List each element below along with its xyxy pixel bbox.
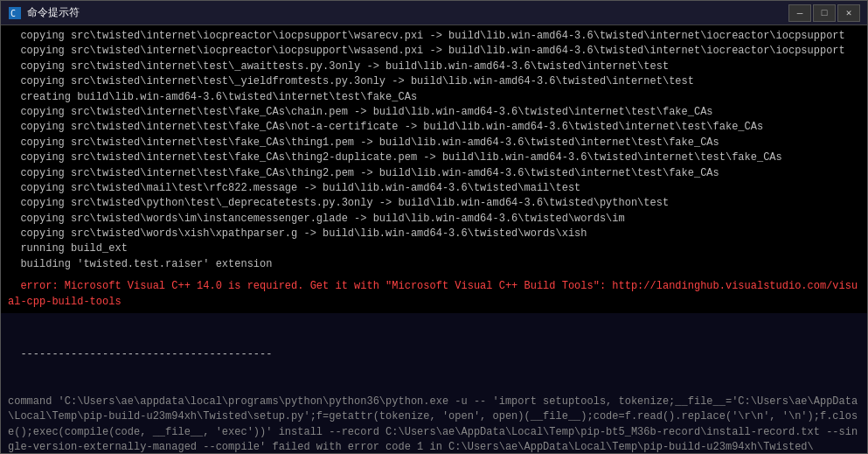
- terminal-window: C 命令提示符 — □ ✕ copying src\twisted\intern…: [0, 0, 868, 454]
- title-bar-left: C 命令提示符: [8, 5, 80, 20]
- error-output: error: Microsoft Visual C++ 14.0 is requ…: [1, 276, 867, 313]
- minimize-button[interactable]: —: [788, 4, 811, 22]
- window-controls: — □ ✕: [788, 4, 860, 22]
- separator-line: ----------------------------------------: [8, 347, 860, 362]
- maximize-button[interactable]: □: [813, 4, 836, 22]
- title-bar: C 命令提示符 — □ ✕: [1, 1, 867, 25]
- close-button[interactable]: ✕: [837, 4, 860, 22]
- svg-text:C: C: [10, 9, 16, 18]
- normal-output: copying src\twisted\internet\iocpreactor…: [1, 25, 867, 276]
- dark-section: ----------------------------------------…: [1, 313, 867, 453]
- terminal-body[interactable]: copying src\twisted\internet\iocpreactor…: [1, 25, 867, 453]
- window-title: 命令提示符: [27, 5, 80, 20]
- command-output: command 'C:\Users\ae\appdata\local\progr…: [8, 395, 860, 453]
- terminal-icon: C: [8, 6, 22, 20]
